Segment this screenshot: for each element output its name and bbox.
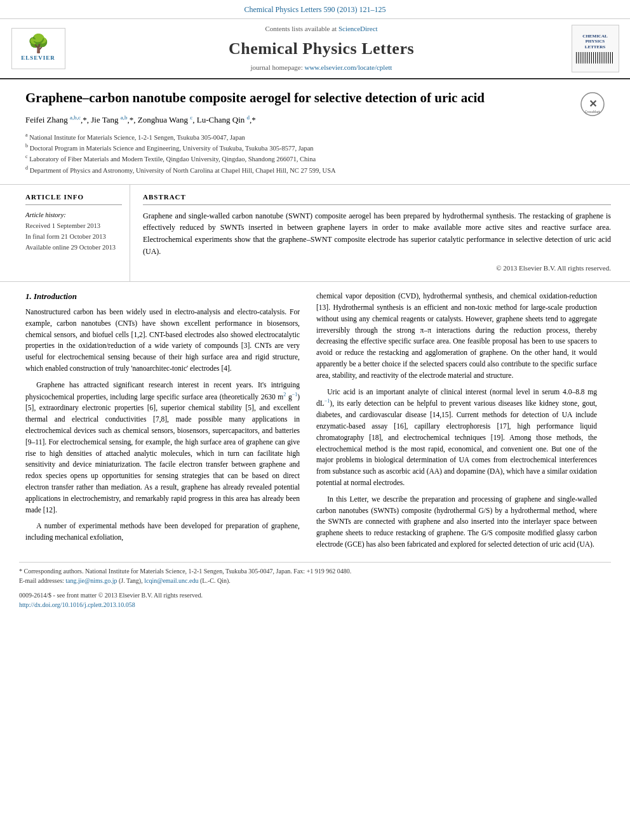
article-title: Graphene–carbon nanotube composite aerog…: [25, 90, 605, 107]
main-content-area: 1. Introduction Nanostructured carbon ha…: [0, 282, 630, 562]
cpl-barcode: [576, 52, 614, 63]
affiliation-c: Laboratory of Fiber Materials and Modern…: [29, 156, 316, 163]
article-info-heading: ARTICLE INFO: [25, 192, 122, 205]
affiliation-a: National Institute for Materials Science…: [29, 133, 245, 140]
doi-line: http://dx.doi.org/10.1016/j.cplett.2013.…: [19, 600, 611, 610]
right-column: chemical vapor deposition (CVD), hydroth…: [311, 291, 610, 556]
elsevier-logo-area: 🌳 ELSEVIER: [6, 24, 76, 74]
cpl-logo: CHEMICALPHYSICSLETTERS: [572, 25, 619, 72]
crossmark-badge[interactable]: ✕ CrossMark: [580, 92, 605, 120]
intro-para-3: A number of experimental methods have be…: [25, 521, 300, 543]
science-direct-link[interactable]: ScienceDirect: [338, 25, 378, 32]
journal-homepage-url[interactable]: www.elsevier.com/locate/cplett: [304, 63, 392, 71]
elsevier-text: ELSEVIER: [21, 54, 55, 62]
doi-link[interactable]: http://dx.doi.org/10.1016/j.cplett.2013.…: [19, 601, 135, 608]
article-info-abstract-area: ARTICLE INFO Article history: Received 1…: [0, 185, 630, 282]
journal-homepage-prefix: journal homepage:: [251, 63, 305, 71]
elsevier-tree-icon: 🌳: [27, 35, 50, 53]
bottom-bar: 0009-2614/$ - see front matter © 2013 El…: [0, 588, 630, 612]
journal-title-area: Contents lists available at ScienceDirec…: [76, 24, 566, 74]
intro-para-2: Graphene has attracted significant resea…: [25, 380, 300, 516]
article-header: ✕ CrossMark Graphene–carbon nanotube com…: [0, 79, 630, 184]
available-online-date: Available online 29 October 2013: [25, 243, 122, 253]
journal-header: 🌳 ELSEVIER Contents lists available at S…: [0, 19, 630, 80]
abstract-panel: ABSTRACT Graphene and single-walled carb…: [130, 185, 624, 281]
science-direct-prefix: Contents lists available at: [265, 25, 338, 32]
affiliation-b: Doctoral Program in Materials Science an…: [30, 145, 314, 152]
copyright-line: © 2013 Elsevier B.V. All rights reserved…: [143, 263, 611, 274]
journal-citation-bar: Chemical Physics Letters 590 (2013) 121–…: [0, 0, 630, 19]
abstract-text: Graphene and single-walled carbon nanotu…: [143, 210, 611, 257]
right-para-2: Uric acid is an important analyte of cli…: [316, 387, 597, 489]
article-info-panel: ARTICLE INFO Article history: Received 1…: [6, 185, 130, 281]
corresponding-footnote: * Corresponding authors. National Instit…: [19, 566, 611, 576]
intro-section-title: 1. Introduction: [25, 291, 300, 303]
affiliation-d: Department of Physics and Astronomy, Uni…: [30, 166, 336, 173]
footnote-area: * Corresponding authors. National Instit…: [19, 562, 611, 588]
cpl-logo-title: CHEMICALPHYSICSLETTERS: [582, 34, 607, 50]
history-label: Article history:: [25, 210, 122, 220]
abstract-heading: ABSTRACT: [143, 192, 611, 205]
cpl-logo-area: CHEMICALPHYSICSLETTERS: [566, 24, 624, 74]
authors-line: Feifei Zhang a,b,c,*, Jie Tang a,b,*, Zo…: [25, 114, 605, 126]
science-direct-banner: Contents lists available at ScienceDirec…: [265, 24, 377, 34]
elsevier-logo: 🌳 ELSEVIER: [11, 28, 65, 69]
journal-citation-link[interactable]: Chemical Physics Letters 590 (2013) 121–…: [245, 5, 386, 14]
right-para-1: chemical vapor deposition (CVD), hydroth…: [316, 291, 597, 382]
email-footnote: E-mail addresses: tang.jie@nims.go.jp (J…: [19, 576, 611, 585]
journal-homepage: journal homepage: www.elsevier.com/locat…: [251, 63, 392, 73]
svg-text:✕: ✕: [589, 98, 597, 109]
journal-title: Chemical Physics Letters: [229, 37, 414, 61]
svg-text:CrossMark: CrossMark: [585, 110, 601, 114]
email-link-2[interactable]: lcqin@email.unc.edu: [144, 577, 198, 584]
final-form-date: In final form 21 October 2013: [25, 232, 122, 243]
email-link-1[interactable]: tang.jie@nims.go.jp: [65, 577, 117, 584]
right-para-3: In this Letter, we describe the preparat…: [316, 494, 597, 550]
left-column: 1. Introduction Nanostructured carbon ha…: [6, 291, 311, 556]
issn-line: 0009-2614/$ - see front matter © 2013 El…: [19, 590, 611, 600]
intro-para-1: Nanostructured carbon has been widely us…: [25, 307, 300, 375]
received-date: Received 1 September 2013: [25, 221, 122, 232]
affiliations: a National Institute for Materials Scien…: [25, 131, 605, 175]
